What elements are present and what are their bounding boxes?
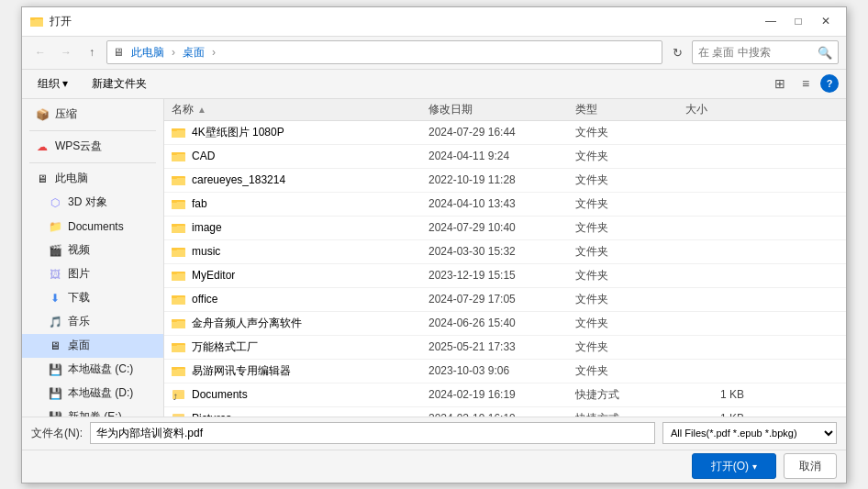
sidebar-item-wps[interactable]: ☁ WPS云盘 (22, 135, 163, 159)
sidebar-item-e-drive[interactable]: 💾 新加卷 (E:) (22, 406, 163, 417)
sidebar-sep-2 (29, 162, 156, 163)
file-date: 2024-07-29 16:44 (421, 126, 568, 139)
table-row[interactable]: 金舟音频人声分离软件 2024-06-26 15:40 文件夹 (164, 312, 846, 336)
file-name: 4K壁纸图片 1080P (192, 125, 284, 140)
maximize-button[interactable]: □ (785, 12, 811, 30)
breadcrumb-desktop[interactable]: 桌面 (179, 44, 208, 61)
cancel-button[interactable]: 取消 (784, 453, 837, 479)
sidebar-item-3dobjects[interactable]: ⬡ 3D 对象 (22, 191, 163, 215)
table-row[interactable]: image 2024-07-29 10:40 文件夹 (164, 217, 846, 240)
sidebar-item-desktop[interactable]: 🖥 桌面 (22, 334, 163, 358)
forward-button[interactable]: → (55, 41, 77, 63)
header-date[interactable]: 修改日期 (421, 102, 568, 117)
table-row[interactable]: fab 2024-04-10 13:43 文件夹 (164, 193, 846, 217)
table-row[interactable]: office 2024-07-29 17:05 文件夹 (164, 288, 846, 312)
table-row[interactable]: 4K壁纸图片 1080P 2024-07-29 16:44 文件夹 (164, 121, 846, 145)
filename-bar: 文件名(N): All Files(*.pdf *.epub *.bpkg) (22, 417, 846, 450)
minimize-button[interactable]: — (758, 12, 784, 30)
folder-icon (172, 244, 186, 259)
svg-rect-1 (30, 19, 43, 27)
svg-rect-14 (172, 200, 177, 203)
search-bar: 🔍 (692, 40, 839, 64)
filename-input[interactable] (90, 422, 655, 444)
svg-rect-11 (172, 176, 177, 179)
search-input[interactable] (698, 46, 818, 59)
shortcut-icon: ⤴ (172, 387, 186, 402)
sidebar-item-pictures[interactable]: 🖼 图片 (22, 262, 163, 286)
table-row[interactable]: ⤴ Pictures 2024-02-19 16:19 快捷方式 1 KB (164, 407, 846, 417)
svg-rect-5 (172, 128, 177, 131)
sidebar-item-c-drive[interactable]: 💾 本地磁盘 (C:) (22, 358, 163, 382)
header-size[interactable]: 大小 (678, 102, 751, 117)
up-button[interactable]: ↑ (81, 41, 103, 63)
file-date: 2023-12-19 15:15 (421, 269, 568, 282)
documents-icon: 📁 (48, 219, 62, 234)
svg-rect-29 (172, 319, 177, 322)
file-name: careueyes_183214 (192, 173, 285, 186)
svg-rect-8 (172, 152, 177, 155)
breadcrumb-thispc[interactable]: 此电脑 (128, 44, 168, 61)
dialog-icon (29, 14, 44, 28)
header-name[interactable]: 名称 ▲ (164, 102, 421, 117)
svg-rect-28 (172, 321, 185, 328)
file-name: 万能格式工厂 (192, 339, 258, 355)
folder-icon (172, 172, 186, 187)
back-button[interactable]: ← (29, 41, 51, 63)
table-row[interactable]: music 2024-03-30 15:32 文件夹 (164, 240, 846, 264)
table-row[interactable]: careueyes_183214 2022-10-19 11:28 文件夹 (164, 169, 846, 193)
sidebar-item-thispc[interactable]: 🖥 此电脑 (22, 167, 163, 191)
folder-icon (172, 316, 186, 330)
file-size: 1 KB (678, 388, 751, 401)
breadcrumb: 🖥 此电脑 › 桌面 › (106, 40, 662, 64)
cloud-icon: ☁ (35, 139, 50, 154)
svg-rect-2 (30, 17, 35, 20)
file-type: 文件夹 (568, 268, 678, 283)
file-date: 2024-07-29 10:40 (421, 221, 568, 234)
window-controls: — □ ✕ (758, 12, 839, 30)
action-buttons: 打开(O) ▾ 取消 (22, 450, 846, 483)
organize-button[interactable]: 组织 ▾ (29, 73, 76, 94)
file-name: 易游网讯专用编辑器 (192, 363, 291, 379)
open-dropdown-arrow: ▾ (752, 461, 757, 472)
table-row[interactable]: CAD 2024-04-11 9:24 文件夹 (164, 145, 846, 169)
table-row[interactable]: 易游网讯专用编辑器 2023-10-03 9:06 文件夹 (164, 360, 846, 383)
refresh-button[interactable]: ↻ (666, 41, 688, 63)
computer-icon: 🖥 (35, 172, 50, 186)
new-folder-button[interactable]: 新建文件夹 (83, 73, 155, 94)
svg-rect-32 (172, 343, 177, 346)
file-date: 2024-07-29 17:05 (421, 293, 568, 306)
desktop-icon: 🖥 (48, 339, 62, 353)
help-button[interactable]: ? (820, 74, 839, 93)
header-type[interactable]: 类型 (568, 102, 678, 117)
content-toolbar: 组织 ▾ 新建文件夹 ⊞ ≡ ? (22, 70, 846, 99)
dialog-title: 打开 (50, 14, 758, 29)
file-name: fab (192, 197, 207, 210)
sidebar-item-d-drive[interactable]: 💾 本地磁盘 (D:) (22, 382, 163, 406)
sidebar-item-documents[interactable]: 📁 Documents (22, 215, 163, 239)
sidebar-item-compress[interactable]: 📦 压缩 (22, 103, 163, 127)
file-type: 文件夹 (568, 244, 678, 260)
file-date: 2024-02-19 16:19 (421, 388, 568, 401)
3d-icon: ⬡ (48, 195, 62, 210)
open-button[interactable]: 打开(O) ▾ (692, 453, 776, 479)
file-name: music (192, 245, 220, 258)
file-date: 2024-04-10 13:43 (421, 197, 568, 210)
file-date: 2024-06-26 15:40 (421, 317, 568, 329)
file-name: image (192, 221, 222, 234)
sidebar-sep-1 (29, 130, 156, 131)
open-dialog: 打开 — □ ✕ ← → ↑ 🖥 此电脑 › 桌面 › ↻ 🔍 组织 ▾ 新建文… (21, 6, 847, 483)
sidebar-item-video[interactable]: 🎬 视频 (22, 239, 163, 262)
table-row[interactable]: ⤴ Documents 2024-02-19 16:19 快捷方式 1 KB (164, 383, 846, 407)
view-list-button[interactable]: ⊞ (769, 72, 791, 94)
filetype-select[interactable]: All Files(*.pdf *.epub *.bpkg) (662, 422, 837, 444)
sidebar-item-music[interactable]: 🎵 音乐 (22, 310, 163, 334)
table-row[interactable]: MyEditor 2023-12-19 15:15 文件夹 (164, 264, 846, 288)
table-row[interactable]: 万能格式工厂 2025-05-21 17:33 文件夹 (164, 336, 846, 360)
sidebar-item-downloads[interactable]: ⬇ 下载 (22, 286, 163, 310)
view-details-button[interactable]: ≡ (795, 72, 817, 94)
breadcrumb-computer[interactable]: 🖥 (113, 46, 124, 59)
folder-icon (172, 149, 186, 163)
file-type: 文件夹 (568, 292, 678, 307)
close-button[interactable]: ✕ (813, 12, 839, 30)
file-type: 文件夹 (568, 196, 678, 212)
